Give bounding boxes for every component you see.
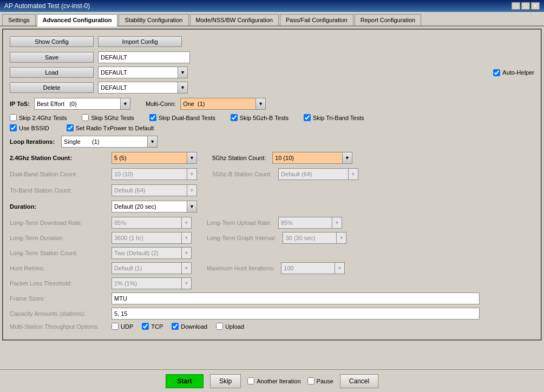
station-5-select[interactable]: ▼	[272, 152, 352, 164]
multi-conn-input[interactable]	[180, 98, 256, 110]
window-controls: − □ ✕	[512, 2, 540, 10]
save-value-input[interactable]	[98, 51, 190, 63]
multi-conn-arrow[interactable]: ▼	[256, 98, 266, 110]
loop-iterations-select[interactable]: ▼	[61, 136, 158, 148]
hunt-retries-input	[112, 262, 182, 274]
station-5-input[interactable]	[272, 152, 343, 164]
auto-helper-checkbox[interactable]	[493, 69, 500, 76]
long-term-graph-select: ▼	[283, 232, 346, 244]
long-term-upload-label: Long-Term Upload Rate:	[207, 220, 272, 226]
skip-tri-band-label: Skip Tri-Band Tests	[313, 115, 364, 121]
tcp-checkbox[interactable]	[142, 323, 149, 330]
loop-iterations-arrow[interactable]: ▼	[148, 136, 158, 148]
another-iteration-checkbox[interactable]	[247, 377, 254, 384]
long-term-download-input	[112, 217, 182, 229]
capacity-amounts-input[interactable]	[112, 308, 480, 320]
long-term-download-label: Long-Term Download Rate:	[10, 220, 107, 226]
show-config-button[interactable]: Show Config	[10, 36, 94, 47]
import-config-button[interactable]: Import Config	[98, 36, 182, 47]
frame-sizes-label: Frame Sizes:	[10, 295, 107, 302]
long-term-duration-select: ▼	[112, 232, 192, 244]
long-term-download-arrow: ▼	[182, 217, 192, 229]
dual-band-station-label: Dual-Band Station Count:	[10, 171, 107, 177]
cancel-button[interactable]: Cancel	[340, 374, 378, 388]
pause-checkbox[interactable]	[307, 377, 314, 384]
tab-mode-nss-bw[interactable]: Mode/NSS/BW Configuration	[190, 14, 279, 25]
delete-dropdown-arrow[interactable]: ▼	[178, 82, 188, 94]
another-iteration-label: Another Iteration	[257, 378, 300, 384]
load-dropdown-arrow[interactable]: ▼	[178, 67, 188, 78]
download-checkbox[interactable]	[172, 323, 179, 330]
iptos-multiconn-row: IP ToS: ▼ Multi-Conn: ▼	[10, 98, 534, 110]
delete-button[interactable]: Delete	[10, 82, 94, 93]
hunt-retries-arrow: ▼	[182, 262, 192, 274]
tab-advanced-configuration[interactable]: Advanced Configuration	[37, 14, 118, 26]
ip-tos-label: IP ToS:	[10, 101, 30, 107]
skip-5gzh-b-checkbox[interactable]	[231, 114, 238, 121]
frame-sizes-input[interactable]	[112, 293, 480, 304]
station-5-arrow[interactable]: ▼	[343, 152, 352, 164]
tabs-bar: Settings Advanced Configuration Stabilit…	[0, 12, 544, 26]
tab-pass-fail[interactable]: Pass/Fail Configuration	[280, 14, 353, 25]
hunt-row: Hunt Retries: ▼ Maximum Hunt Iterations:…	[10, 262, 534, 274]
upload-checkbox[interactable]	[216, 323, 223, 330]
start-button[interactable]: Start	[166, 374, 204, 388]
skip-dual-band-checkbox[interactable]	[149, 114, 156, 121]
tab-settings[interactable]: Settings	[2, 14, 36, 25]
auto-helper-group: Auto-Helper	[493, 69, 534, 76]
save-row: Save	[10, 51, 534, 63]
skip-5-checkbox[interactable]	[82, 114, 89, 121]
multi-conn-label: Multi-Conn:	[146, 101, 176, 107]
skip-tri-band-checkbox[interactable]	[304, 114, 311, 121]
use-bssid-checkbox[interactable]	[10, 124, 17, 131]
skip-24-group: Skip 2.4Ghz Tests	[10, 114, 67, 121]
loop-iterations-label: Loop Iterations:	[10, 138, 55, 145]
dual-band-station-arrow: ▼	[187, 168, 197, 180]
dual-band-station-select: ▼	[112, 168, 197, 180]
station-24-label: 2.4Ghz Station Count:	[10, 155, 107, 161]
skip-5gzh-b-label: Skip 5Gzh-B Tests	[240, 115, 289, 121]
minimize-button[interactable]: −	[512, 2, 520, 10]
udp-checkbox[interactable]	[112, 323, 119, 330]
long-term-graph-input	[283, 232, 337, 244]
skip-checkboxes-row1: Skip 2.4Ghz Tests Skip 5Ghz Tests Skip D…	[10, 114, 534, 121]
set-radio-checkbox[interactable]	[67, 124, 74, 131]
tri-band-station-select: ▼	[112, 184, 197, 196]
long-term-graph-label: Long-Term Graph Interval:	[207, 235, 276, 241]
close-button[interactable]: ✕	[531, 2, 540, 10]
tab-report[interactable]: Report Configuration	[355, 14, 422, 25]
multi-conn-select[interactable]: ▼	[180, 98, 266, 110]
station-count-row: 2.4Ghz Station Count: ▼ 5Ghz Station Cou…	[10, 152, 534, 164]
delete-select[interactable]: ▼	[98, 82, 188, 94]
duration-select[interactable]: ▼	[112, 201, 197, 212]
ip-tos-input[interactable]	[34, 98, 121, 110]
load-button[interactable]: Load	[10, 67, 94, 78]
download-label: Download	[181, 323, 207, 330]
long-term-duration-arrow: ▼	[182, 232, 192, 244]
load-select[interactable]: ▼	[98, 67, 188, 78]
skip-5-group: Skip 5Ghz Tests	[82, 114, 134, 121]
station-24-arrow[interactable]: ▼	[187, 152, 197, 164]
maximize-button[interactable]: □	[521, 2, 530, 10]
ip-tos-arrow[interactable]: ▼	[121, 98, 130, 110]
packet-loss-label: Packet Loss Threshold:	[10, 280, 107, 287]
skip-24-checkbox[interactable]	[10, 114, 17, 121]
tab-stability-configuration[interactable]: Stability Configuration	[119, 14, 188, 25]
skip-tri-band-group: Skip Tri-Band Tests	[304, 114, 364, 121]
long-term-rate-row: Long-Term Download Rate: ▼ Long-Term Upl…	[10, 217, 534, 229]
loop-iterations-input[interactable]	[61, 136, 148, 148]
station-5gzh-b-arrow: ▼	[349, 168, 358, 180]
dual-band-station-input	[112, 168, 187, 180]
station-24-input[interactable]	[112, 152, 187, 164]
skip-button[interactable]: Skip	[210, 374, 241, 388]
another-iteration-group: Another Iteration	[247, 377, 300, 384]
long-term-station-arrow: ▼	[182, 247, 192, 259]
duration-arrow[interactable]: ▼	[187, 201, 197, 212]
station-24-select[interactable]: ▼	[112, 152, 197, 164]
delete-value-input[interactable]	[98, 82, 178, 94]
ip-tos-select[interactable]: ▼	[34, 98, 130, 110]
udp-label: UDP	[121, 323, 133, 330]
load-value-input[interactable]	[98, 67, 178, 78]
duration-input[interactable]	[112, 201, 187, 212]
save-button[interactable]: Save	[10, 52, 94, 63]
